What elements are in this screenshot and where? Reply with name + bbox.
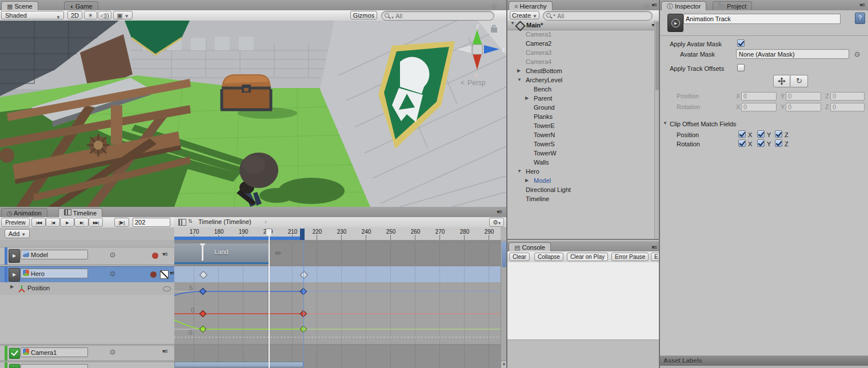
match-position-y-checkbox[interactable] [757,130,765,138]
chest[interactable] [221,74,272,110]
lock-icon[interactable] [491,5,497,9]
track-camera1[interactable]: Camera1 ⊙ ▾≡ [0,345,174,361]
hierarchy-item-archerylevel[interactable]: ▼ArcheryLevel [507,75,653,85]
track-hero[interactable]: ▶ Hero ⊙ ▾≡ [0,266,174,283]
create-dropdown[interactable]: Create ▼ [510,11,539,19]
rotate-offset-button[interactable]: ↻ [791,75,808,87]
rotation-x-field[interactable]: 0 [741,103,777,111]
selector-arrows-icon[interactable]: ⇅ [188,218,193,224]
console-collapse-button[interactable]: Collapse [534,253,563,261]
gizmos-dropdown[interactable]: Gizmos ▼ [350,11,377,19]
console-log-area[interactable] [507,262,660,340]
object-picker-icon[interactable]: ⊙ [110,348,115,356]
scene-header-row[interactable]: ▼ Main* ▾≡ [507,21,660,30]
scene-effects-dropdown[interactable]: ▣ ▼ [113,11,133,19]
curves-toggle-icon[interactable] [160,270,169,279]
vertical-splitter[interactable] [506,0,507,368]
hierarchy-item-timeline[interactable]: Timeline [507,194,653,203]
hierarchy-item-towerw[interactable]: TowerW [507,149,653,158]
curve-green[interactable] [174,320,303,329]
track-name-field[interactable] [683,14,841,24]
hierarchy-item-parent[interactable]: ▶Parent [507,94,653,103]
ellipsis-icon[interactable] [163,286,171,291]
scrollbar-thumb[interactable] [502,241,506,267]
object-picker-icon[interactable]: ⊙ [110,270,115,278]
hierarchy-item-hero[interactable]: ▼Hero [507,167,653,176]
scene-lighting-button[interactable]: ☀ [84,11,97,19]
position-x-field[interactable]: 0 [741,92,777,101]
curves-lane[interactable]: 5 0 -5 [174,282,501,344]
position-y-field[interactable]: 0 [786,92,821,101]
model-lane[interactable]: Land ∞ [174,243,501,264]
scene-audio-button[interactable]: ◁)) [98,11,111,19]
match-rotation-z-checkbox[interactable] [775,139,782,147]
gizmo-persp-label[interactable]: Persp [467,79,486,87]
match-rotation-x-checkbox[interactable] [738,139,746,147]
tab-timeline[interactable]: Timeline [58,208,102,218]
expand-arrow-icon[interactable]: ▶ [10,284,14,289]
hierarchy-item-towern[interactable]: TowerN [507,130,653,139]
foldout-arrow-icon[interactable]: ▼ [663,121,667,126]
timeline-settings-button[interactable]: ⚙▾ [489,218,504,227]
tab-inspector[interactable]: ⓘ Inspector [661,1,706,11]
hierarchy-search-input[interactable] [543,11,652,20]
track-menu-icon[interactable]: ▾≡ [162,251,167,257]
curve-keys[interactable] [199,288,306,332]
track-name-input[interactable] [684,14,840,23]
scene-search-input[interactable] [382,11,494,20]
console-error-pause-button[interactable]: Error Pause [611,253,649,261]
expand-arrow-icon[interactable]: ▶ [517,66,521,75]
track-menu-icon[interactable]: ▾≡ [162,348,167,354]
horizontal-splitter[interactable] [507,239,660,240]
rotation-z-field[interactable]: 0 [830,103,865,111]
play-range-button[interactable]: [▶] [114,218,129,227]
scene-search-field[interactable]: ▼ [381,11,494,21]
hierarchy-item-towers[interactable]: TowerS [507,139,653,149]
go-to-end-button[interactable]: ▶▶| [89,218,103,227]
keyframe-diamond[interactable] [199,271,207,279]
next-frame-button[interactable]: ▶| [74,218,89,227]
asset-labels-bar[interactable]: Asset Labels [660,355,868,367]
hierarchy-item-model[interactable]: ▶Model [507,176,653,185]
add-track-dropdown[interactable]: Add ▼ [5,229,30,238]
match-rotation-y-checkbox[interactable] [757,139,765,147]
hierarchy-item-camera2[interactable]: Camera2 [507,39,653,48]
hierarchy-item-chestbottom[interactable]: ▶ChestBottom [507,66,653,75]
position-z-field[interactable]: 0 [830,92,865,101]
console-clear-button[interactable]: Clear [509,253,530,261]
tab-hierarchy[interactable]: ≡ Hierarchy [509,1,553,11]
hierarchy-item-camera3[interactable]: Camera3 [507,48,653,57]
scene-viewport[interactable]: y z x < Persp [0,21,506,207]
hierarchy-item-towere[interactable]: TowerE [507,121,653,130]
panel-menu-icon[interactable]: ▾≡ [651,2,657,8]
match-position-z-checkbox[interactable] [775,130,782,138]
lock-icon[interactable] [644,5,649,9]
timeline-ruler[interactable]: 170 180 190 200 210 220 230 240 250 260 … [174,227,501,241]
collapse-arrow-icon[interactable]: ▼ [517,75,522,85]
breadcrumb[interactable]: Timeline (Timeline) [198,218,251,225]
expand-arrow-icon[interactable]: ▶ [525,94,529,103]
camera1-lane[interactable] [174,345,501,360]
preview-button[interactable]: Preview [1,218,30,227]
timeline-end-cap[interactable] [300,229,305,240]
clip-land[interactable]: Land [174,243,269,264]
partial-clip[interactable] [174,362,303,367]
foldout-arrow-icon[interactable]: ▼ [510,21,515,26]
apply-track-offsets-checkbox[interactable] [737,64,745,71]
object-picker-icon[interactable]: ⊙ [854,50,860,58]
track-model[interactable]: ▶ Model ⊙ ▾≡ [0,247,174,265]
hero-lane[interactable] [174,266,501,282]
track-partial[interactable] [0,362,174,368]
rotation-y-field[interactable]: 0 [786,103,821,111]
apply-avatar-mask-checkbox[interactable] [737,39,745,47]
go-to-start-button[interactable]: |◀◀ [31,218,46,227]
draw-mode-dropdown[interactable]: Shaded ▼ [1,11,64,19]
hierarchy-search-field[interactable]: ▼ [543,11,653,21]
gizmo-center-cube[interactable] [473,45,482,54]
match-position-x-checkbox[interactable] [738,130,746,138]
hierarchy-item-walls[interactable]: Walls [507,158,653,167]
tab-scene[interactable]: ▦ Scene [1,1,38,11]
tab-console[interactable]: ▤ Console [509,242,551,252]
panel-menu-icon[interactable]: ▾≡ [497,209,502,215]
frame-input[interactable] [133,218,170,226]
